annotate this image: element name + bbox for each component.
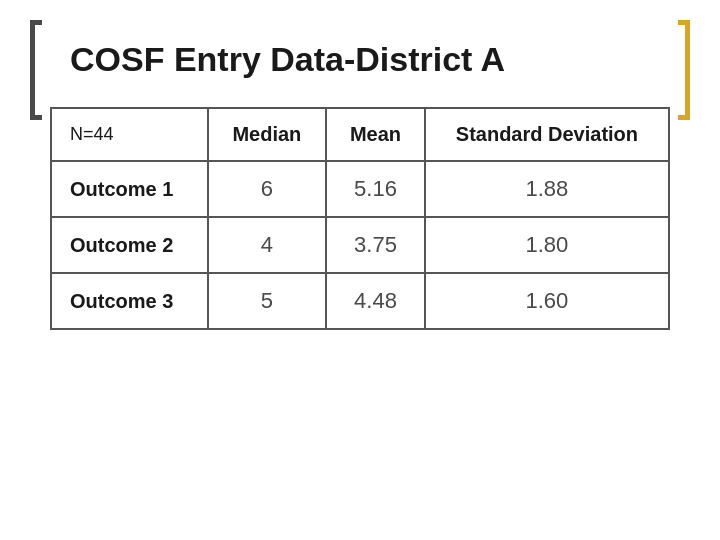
slide-title: COSF Entry Data-District A (70, 40, 505, 79)
row-mean-2: 3.75 (326, 217, 425, 273)
row-label-2: Outcome 2 (51, 217, 208, 273)
row-mean-3: 4.48 (326, 273, 425, 329)
header-mean: Mean (326, 108, 425, 161)
header-std: Standard Deviation (425, 108, 669, 161)
data-table: N=44 Median Mean Standard Deviation Outc… (50, 107, 670, 330)
slide-container: COSF Entry Data-District A N=44 Median M… (0, 0, 720, 540)
row-std-2: 1.80 (425, 217, 669, 273)
row-label-3: Outcome 3 (51, 273, 208, 329)
row-std-3: 1.60 (425, 273, 669, 329)
table-header-row: N=44 Median Mean Standard Deviation (51, 108, 669, 161)
header-median: Median (208, 108, 326, 161)
row-std-1: 1.88 (425, 161, 669, 217)
table-row: Outcome 354.481.60 (51, 273, 669, 329)
row-median-1: 6 (208, 161, 326, 217)
row-mean-1: 5.16 (326, 161, 425, 217)
row-median-3: 5 (208, 273, 326, 329)
bracket-right-decoration (678, 20, 690, 120)
header-label-cell: N=44 (51, 108, 208, 161)
row-median-2: 4 (208, 217, 326, 273)
table-row: Outcome 165.161.88 (51, 161, 669, 217)
row-label-1: Outcome 1 (51, 161, 208, 217)
bracket-left-decoration (30, 20, 42, 120)
table-row: Outcome 243.751.80 (51, 217, 669, 273)
